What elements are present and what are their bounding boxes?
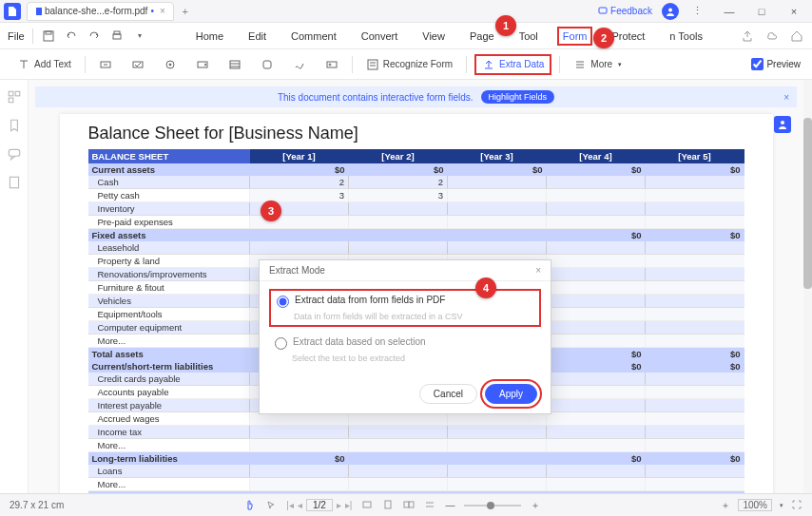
zoom-slider[interactable] (464, 505, 521, 506)
modal-close-icon[interactable]: × (535, 265, 541, 276)
share-icon[interactable] (740, 29, 755, 44)
file-menu[interactable]: File (8, 30, 25, 42)
svg-rect-20 (9, 149, 19, 156)
svg-rect-6 (114, 31, 120, 34)
fullscreen-icon[interactable] (791, 499, 802, 512)
field-tool-8[interactable] (319, 56, 344, 73)
next-page-icon[interactable]: ▸ (337, 500, 341, 510)
close-tab-icon[interactable]: × (160, 6, 165, 16)
fit-width-icon[interactable] (361, 499, 373, 512)
zoom-out-btn[interactable]: ＋ (721, 499, 730, 512)
svg-rect-18 (15, 91, 20, 96)
menu-view[interactable]: View (416, 27, 451, 46)
fit-page-icon[interactable] (382, 499, 394, 512)
extra-data-tool[interactable]: Extra Data (474, 54, 551, 75)
redo-icon[interactable] (87, 29, 102, 44)
avatar[interactable] (662, 3, 679, 20)
field-tool-1[interactable] (93, 56, 118, 73)
scrollbar-track[interactable] (803, 80, 812, 493)
callout-2: 2 (593, 28, 614, 48)
svg-rect-17 (9, 91, 13, 96)
zoom-level[interactable]: 100% (738, 499, 772, 511)
person-pill-icon[interactable] (774, 116, 791, 133)
cancel-button[interactable]: Cancel (419, 384, 477, 404)
save-icon[interactable] (41, 29, 56, 44)
menu-dots-icon[interactable]: ⋮ (683, 2, 711, 21)
extract-form-fields-option[interactable]: Extract data from form fields in PDF (277, 295, 533, 308)
svg-rect-13 (263, 61, 271, 68)
menu-tool[interactable]: Tool (513, 27, 544, 46)
menu-comment[interactable]: Comment (285, 27, 342, 46)
recognize-form-tool[interactable]: Recognize Form (360, 56, 458, 73)
view-mode-icon[interactable] (424, 499, 435, 512)
form-banner: This document contains interactive form … (35, 86, 797, 107)
callout-1: 1 (495, 15, 516, 36)
svg-rect-1 (599, 8, 607, 13)
reading-mode-icon[interactable] (403, 499, 415, 512)
menu-home[interactable]: Home (190, 27, 229, 46)
preview-toggle[interactable]: Preview (751, 58, 801, 70)
scrollbar-thumb[interactable] (803, 118, 812, 289)
highlight-fields-button[interactable]: Highlight Fields (481, 90, 555, 104)
field-tool-4[interactable] (190, 56, 215, 73)
add-tab-button[interactable]: + (178, 4, 193, 19)
form-icon (366, 58, 379, 71)
maximize-button[interactable]: □ (747, 2, 776, 21)
banner-close-icon[interactable]: × (783, 92, 789, 103)
svg-rect-21 (10, 177, 18, 187)
apply-button[interactable]: Apply (485, 384, 537, 404)
page-dimensions: 29.7 x 21 cm (10, 500, 64, 510)
svg-point-10 (169, 64, 171, 66)
left-rail (0, 80, 29, 493)
menu-edit[interactable]: Edit (242, 27, 272, 46)
hand-tool-icon[interactable] (244, 499, 256, 512)
callout-4: 4 (475, 277, 496, 298)
cloud-icon[interactable] (764, 29, 780, 44)
print-icon[interactable] (109, 29, 125, 44)
thumbnails-icon[interactable] (7, 89, 22, 105)
more-tool[interactable]: More▾ (568, 56, 628, 73)
doc-title: Balance Sheet for [Business Name] (88, 124, 744, 143)
toolbar: Add Text Recognize Form Extra Data More▾… (0, 49, 812, 80)
modal-titlebar: Extract Mode× (260, 260, 551, 281)
menu-page[interactable]: Page (464, 27, 500, 46)
minimize-button[interactable]: — (715, 2, 744, 21)
add-text-tool[interactable]: Add Text (11, 56, 77, 73)
statusbar: 29.7 x 21 cm |◂ ◂ 1/2 ▸ ▸| — ＋ ＋ 100% ▾ (0, 493, 812, 516)
page-indicator[interactable]: 1/2 (306, 499, 333, 511)
menu-icon (573, 58, 587, 71)
field-tool-7[interactable] (287, 56, 312, 73)
comment-icon[interactable] (7, 146, 22, 162)
prev-page-icon[interactable]: ◂ (298, 500, 302, 510)
home-icon[interactable] (789, 29, 804, 44)
document-tab[interactable]: balance-she...e-form.pdf•× (27, 2, 174, 21)
select-tool-icon[interactable] (265, 499, 277, 512)
option-hint-1: Data in form fields will be extracted in… (294, 312, 533, 321)
svg-point-2 (668, 8, 672, 11)
first-page-icon[interactable]: |◂ (286, 500, 294, 510)
field-tool-6[interactable] (255, 56, 280, 73)
chevron-down-icon[interactable]: ▾ (132, 29, 147, 44)
last-page-icon[interactable]: ▸| (345, 500, 353, 510)
attachment-icon[interactable] (7, 175, 22, 190)
svg-rect-25 (404, 502, 409, 507)
svg-point-15 (329, 64, 331, 66)
field-tool-2[interactable] (126, 56, 150, 73)
zoom-in-icon[interactable]: ＋ (531, 499, 540, 512)
field-tool-5[interactable] (222, 56, 247, 73)
undo-icon[interactable] (64, 29, 79, 44)
titlebar: balance-she...e-form.pdf•× + Feedback ⋮ … (0, 0, 812, 23)
menubar: File ▾ HomeEditCommentConvertViewPageToo… (0, 23, 812, 49)
menu-form[interactable]: Form (557, 27, 593, 46)
menu-n tools[interactable]: n Tools (664, 27, 708, 46)
extract-selection-option[interactable]: Extract data based on selection (275, 336, 535, 350)
field-tool-3[interactable] (158, 56, 183, 73)
option-hint-2: Select the text to be extracted (292, 354, 535, 363)
feedback-link[interactable]: Feedback (592, 4, 658, 18)
export-icon (482, 58, 495, 71)
menu-convert[interactable]: Convert (356, 27, 404, 46)
bookmark-icon[interactable] (7, 118, 22, 133)
close-window-button[interactable]: × (780, 2, 808, 21)
svg-rect-4 (46, 31, 51, 34)
zoom-out-icon[interactable]: — (445, 500, 454, 510)
